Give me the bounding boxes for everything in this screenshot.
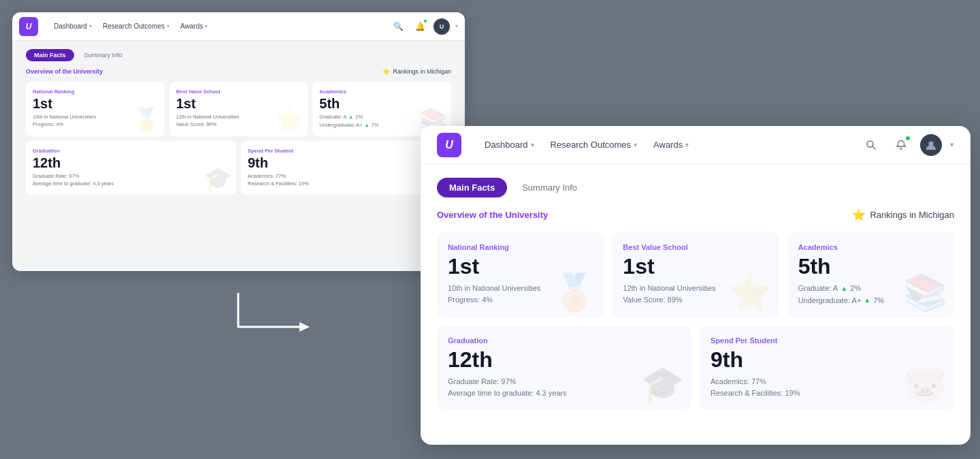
value-best-value: 1st — [623, 255, 768, 277]
nav-actions: ▾ — [860, 134, 954, 156]
card-graduation: Graduation 12th Graduate Rate: 97% Avera… — [437, 326, 691, 409]
nav-items: Dashboard ▾ Research Outcomes ▾ Awards ▾ — [478, 136, 860, 154]
small-detail-graduation: Graduate Rate: 97% Average time to gradu… — [33, 172, 229, 188]
small-nav-items: Dashboard ▾ Research Outcomes ▾ Awards ▾ — [49, 20, 390, 33]
trend-undergrad: ▲ — [864, 295, 870, 306]
small-tabs: Main Facts Summary Info — [26, 49, 451, 61]
search-button[interactable] — [860, 134, 882, 156]
small-nav-awards[interactable]: Awards ▾ — [176, 20, 212, 33]
chevron-research: ▾ — [634, 141, 637, 148]
panel-large: U Dashboard ▾ Research Outcomes ▾ Awards… — [421, 126, 970, 445]
notif-dot — [905, 136, 911, 141]
bell-button[interactable] — [890, 134, 912, 156]
header-row: Overview of the University ⭐ Rankings in… — [437, 208, 954, 221]
small-nav-dashboard[interactable]: Dashboard ▾ — [49, 20, 97, 33]
small-rankings-badge: ⭐ Rankings in Michigan — [382, 68, 451, 75]
trend-graduate: ▲ — [840, 283, 847, 294]
small-chevron-dashboard: ▾ — [89, 23, 92, 29]
label-spend-per-student: Spend Per Student — [710, 336, 943, 345]
small-cards-bottom: Graduation 12th Graduate Rate: 97% Avera… — [26, 141, 451, 195]
tab-summary-info[interactable]: Summary Info — [510, 178, 589, 197]
panel-small: U Dashboard ▾ Research Outcomes ▾ Awards… — [12, 12, 465, 271]
nav-awards[interactable]: Awards ▾ — [647, 136, 696, 154]
small-notif-dot — [423, 19, 427, 23]
small-value-national: 1st — [33, 97, 158, 110]
detail-academics: Graduate: A ▲ 2% Undergraduate: A+ ▲ 7% — [798, 283, 943, 306]
small-value-bestvalue: 1st — [176, 97, 301, 110]
label-best-value: Best Value School — [623, 243, 768, 251]
small-header-row: Overview of the University ⭐ Rankings in… — [26, 68, 451, 75]
small-bell-button[interactable]: 🔔 — [412, 18, 428, 35]
small-search-button[interactable]: 🔍 — [390, 18, 406, 35]
detail-graduation: Graduate Rate: 97% Average time to gradu… — [448, 376, 681, 398]
card-spend-per-student: Spend Per Student 9th Academics: 77% Res… — [700, 326, 954, 409]
small-label-academics: Academics — [319, 89, 444, 95]
small-overview-title: Overview of the University — [26, 68, 103, 75]
nav-dashboard[interactable]: Dashboard ▾ — [478, 136, 541, 154]
detail-national-ranking: 10th in National Universities Progress: … — [448, 283, 593, 305]
card-best-value: Best Value School 1st 12th in National U… — [612, 232, 779, 317]
small-tab-main-facts[interactable]: Main Facts — [26, 49, 74, 61]
small-logo: U — [19, 17, 38, 36]
avatar-chevron: ▾ — [950, 140, 954, 149]
small-tab-summary-info[interactable]: Summary Info — [76, 49, 131, 61]
value-graduation: 12th — [448, 349, 681, 370]
detail-spend-per-student: Academics: 77% Research & Facilities: 19… — [710, 376, 943, 398]
cards-grid-top: National Ranking 1st 10th in National Un… — [437, 232, 954, 317]
small-navbar: U Dashboard ▾ Research Outcomes ▾ Awards… — [12, 12, 465, 41]
card-national-ranking: National Ranking 1st 10th in National Un… — [437, 232, 604, 317]
label-academics: Academics — [798, 243, 943, 251]
value-spend-per-student: 9th — [710, 349, 943, 370]
small-label-national: National Ranking — [33, 89, 158, 95]
navbar: U Dashboard ▾ Research Outcomes ▾ Awards… — [421, 126, 970, 164]
rankings-badge: ⭐ Rankings in Michigan — [852, 208, 954, 221]
small-chevron-awards: ▾ — [205, 23, 208, 29]
card-academics: Academics 5th Graduate: A ▲ 2% Undergrad… — [787, 232, 954, 317]
small-avatar-chevron: ▾ — [455, 23, 458, 29]
arrow-annotation — [231, 286, 313, 343]
small-logo-text: U — [26, 22, 32, 31]
small-value-academics: 5th — [319, 97, 444, 110]
small-nav-research[interactable]: Research Outcomes ▾ — [98, 20, 174, 33]
small-card-bestvalue: Best Value School 1st 12th in National U… — [169, 82, 308, 136]
small-card-national: National Ranking 1st 10th in National Un… — [26, 82, 165, 136]
overview-title: Overview of the University — [437, 210, 548, 220]
small-detail-spend: Academics: 77% Research & Facilities: 19… — [248, 172, 444, 188]
detail-best-value: 12th in National Universities Value Scor… — [623, 283, 768, 305]
svg-marker-0 — [299, 322, 310, 332]
small-avatar[interactable]: U — [434, 18, 450, 35]
cards-grid-bottom: Graduation 12th Graduate Rate: 97% Avera… — [437, 326, 954, 409]
logo: U — [437, 133, 461, 157]
chevron-awards: ▾ — [685, 141, 689, 148]
tabs: Main Facts Summary Info — [437, 178, 954, 197]
star-icon: ⭐ — [852, 208, 866, 221]
small-card-graduation: Graduation 12th Graduate Rate: 97% Avera… — [26, 141, 236, 195]
logo-text: U — [445, 139, 453, 151]
small-label-spend: Spend Per Student — [248, 148, 444, 154]
small-label-graduation: Graduation — [33, 148, 229, 154]
small-nav-actions: 🔍 🔔 U ▾ — [390, 18, 458, 35]
main-content: Main Facts Summary Info Overview of the … — [421, 164, 970, 445]
nav-research-outcomes[interactable]: Research Outcomes ▾ — [544, 136, 644, 154]
avatar[interactable] — [920, 134, 942, 156]
small-value-graduation: 12th — [33, 156, 229, 170]
small-star-icon: ⭐ — [382, 68, 390, 75]
small-chevron-research: ▾ — [167, 23, 169, 29]
small-detail-national: 10th in National Universities Progress: … — [33, 113, 158, 129]
small-label-bestvalue: Best Value School — [176, 89, 301, 95]
tab-main-facts[interactable]: Main Facts — [437, 178, 507, 197]
small-value-spend: 9th — [248, 156, 444, 170]
small-detail-bestvalue: 12th in National Universities Value Scor… — [176, 113, 301, 129]
small-cards-top: National Ranking 1st 10th in National Un… — [26, 82, 451, 136]
label-national-ranking: National Ranking — [448, 243, 593, 251]
chevron-dashboard: ▾ — [531, 141, 534, 148]
label-graduation: Graduation — [448, 336, 681, 345]
value-academics: 5th — [798, 255, 943, 277]
value-national-ranking: 1st — [448, 255, 593, 277]
small-card-spend: Spend Per Student 9th Academics: 77% Res… — [241, 141, 451, 195]
